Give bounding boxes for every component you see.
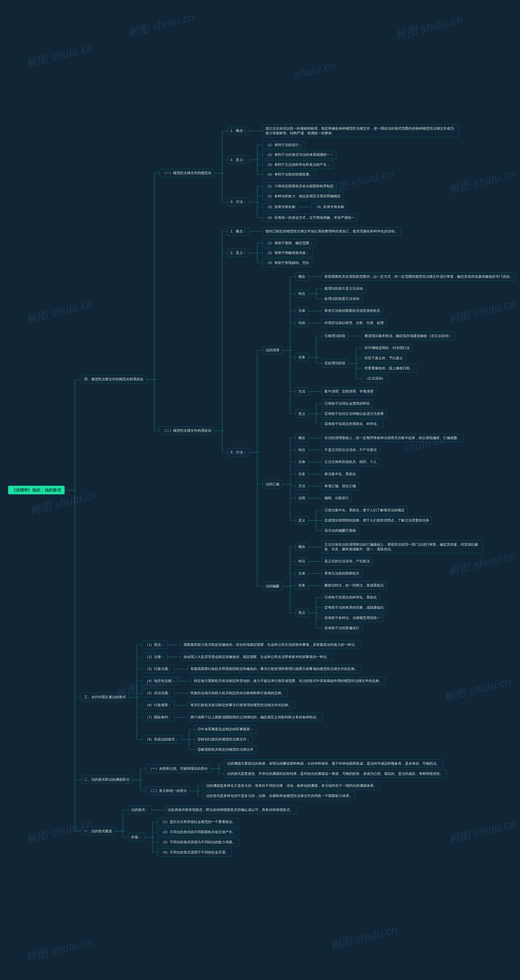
m1-c5-b-i4: （立法活动） [361, 374, 388, 383]
s3-i8-c: ③被授权机关制定的规范性法律文件 [194, 745, 256, 754]
watermark-text: 树图 shutu.cn [447, 296, 517, 327]
m2-c7-i3: ③为法的编纂打基础 [321, 527, 359, 535]
s4-a-title: （一）规范性法律文件的规范化 [159, 169, 214, 177]
m1-c6-l: 方法 [295, 387, 309, 396]
mindmap-root-container: 《法理学》知识：法的形式 四、规范性法律文件的规范化和系统化 （一）规范性法律文… [8, 121, 405, 859]
m3-c4-l: 任务 [295, 581, 309, 590]
s4-b-n2-i2: （2）有助于明确有效失效； [262, 249, 312, 257]
s4-b: （二）规范性法律文件的系统化 1、概念： 指对已制定的规范性法律文件加以系统整理… [154, 224, 455, 637]
section-4: 四、规范性法律文件的规范化和系统化 （一）规范性法律文件的规范化 1、概念： 指… [75, 121, 455, 638]
m3-c2-t: 是正式的立法活动，产生新法 [321, 557, 373, 566]
root-node[interactable]: 《法理学》知识：法的形式 [8, 486, 65, 494]
s3-i6-l: （6）行政规章： [142, 701, 175, 709]
s3-i7-l: （7）国际条约： [142, 713, 175, 721]
m2-c3-l: 主体 [295, 458, 309, 466]
s1-a-t: 法的具体外部表现形态，即法由何种国家机关所确认或认可，具有何种表现形式。 [165, 806, 296, 814]
s4-a-n1-text: 指立法主体应以统一的规格和标准，制定和修改各种规范性法律文件，使一国在法的形式范… [262, 124, 459, 137]
s4-a-n3-i4: （4）应有统一的表达方式，文字简练明确，术语严谨统一 [262, 213, 358, 222]
watermark-text: 树图 shutu.cn [24, 40, 95, 71]
watermark-text: 树图 shutu.cn [447, 166, 517, 197]
s3-i1-l: （1）宪法： [142, 641, 167, 649]
m3-c5-i1: ①有助于实现法的科学化、系统化 [321, 593, 380, 602]
section-3: 三、当代中国主要法的形式 （1）宪法：国家最高权力机关制定或修改的，综合性地规定… [75, 638, 455, 757]
s3-i3-t: 有最高国家行政机关即国务院制定和修改的，事关行政管理和管理行政两方面事项的规范性… [188, 665, 361, 673]
m2-c1-t: 在法的清理基础上，按一定顺序将各种法或有关法集中起来，加以系统编排、汇编成册。 [321, 434, 464, 442]
m3-c4-t: 删除过时法，统一同类法，形成系统法 [321, 581, 387, 590]
m2-c3-t: 立法主体和其他机关、组织、个人 [321, 458, 380, 466]
s3-i3-l: （3）行政法规： [142, 665, 175, 673]
watermark-text: 树图 shutu.cn [394, 12, 464, 43]
m1-c7-i3: ③有助于实现法的系统化、科学化。 [321, 420, 383, 428]
s4-a-n2-i3: （3）有利于立法的科学化和良法的产生； [262, 161, 333, 169]
m2-title: 法的汇编 [262, 480, 282, 488]
watermark-text: 树图 shutu.cn [24, 934, 95, 965]
s2-b-title: （二）多元和统一的异分 [146, 787, 190, 795]
m3-c1-t: 立法主体在法的清理和法的汇编基础上，将现存法或同一部门法进行审查，确定其存废，对… [321, 540, 483, 554]
s1-b-i3: （3）不同法的形式表现为不同的法的效力等级。 [157, 838, 239, 846]
m3-c3-t: 享有立法权的国家机关 [321, 569, 363, 578]
m1-c2-b: 处理法阶段是立法活动 [321, 294, 363, 303]
s1-a-l: 法的形式： [128, 806, 152, 814]
m1-c3-l: 主体 [295, 307, 309, 315]
s3-i8-a: ①中央军事委员会制定的军事规章； [194, 725, 256, 733]
s4-a: （一）规范性法律文件的规范化 1、概念： 指立法主体应以统一的规格和标准，制定和… [154, 122, 455, 224]
s3-i2-l: （2）法律： [142, 653, 167, 661]
watermark-text: 树图 shutu.cn [329, 922, 399, 953]
m1-c2-l: 特点 [295, 290, 309, 298]
m1-c4-l: 目的 [295, 319, 309, 327]
s3-i1-t: 国家最高权力机关制定或修改的，综合性地规定国家、社会和公民生活的根本事项，具有最… [181, 641, 361, 649]
section-2: 二、法的形式和法的渊源异分 （一）未然和已然、可能和现实的异分 法的渊源主要指法… [75, 757, 455, 803]
m2-c7-i1: ①使法集中化、系统化，便于人们了解相关法的规定 [321, 506, 408, 514]
section-4-title: 四、规范性法律文件的规范化和系统化 [81, 375, 146, 383]
watermark-text: shutu.cn [293, 59, 337, 81]
m2-c4-t: 将法集中化、系统化 [321, 470, 359, 478]
m2-c6-l: 过程 [295, 494, 309, 503]
s2-a-i2: 法的形式是更接近、升华法的渊源的实际结果，是经由法的渊源这一来源，可能的阶段，形… [224, 770, 447, 778]
section-3-title: 三、当代中国主要法的形式 [81, 693, 129, 701]
s4-a-n2-i1: （1）有利于法的实行； [262, 141, 305, 149]
s4-b-n1-text: 指对已制定的规范性法律文件加以系统整理和归类加工，使其完善化和科学化的活动。 [262, 227, 401, 235]
m1-c1-l: 概念 [295, 272, 309, 281]
s4-a-n2-label: 2、意义： [227, 156, 250, 164]
m1-c5-l: 任务 [295, 353, 309, 361]
s4-a-n3-i3: （3）应有专有名称 [262, 203, 298, 211]
s4-a-n3-label: 3、方法： [227, 198, 250, 206]
m3-title: 法的编纂 [262, 582, 282, 590]
s4-a-n3-i1: （1）只有特定国家机关依法权限和程序制定 [262, 182, 337, 190]
s4-b-n2-i3: （3）有助于发现缺陷、空白 [262, 259, 312, 267]
s4-a-n3-i3b: （3）应有专有名称 [312, 203, 347, 211]
s1-b-i2: （2）不同法的形式由不同国家机关或主体产生。 [157, 828, 239, 836]
section-1-title: 一、法的形式概述 [81, 827, 115, 835]
m1-c5-b-i2: 对应于废止的，予以废止 [361, 354, 406, 363]
s4-a-n3-i2: （2）各种法的效力、地位及相互关系应明确规定 [262, 192, 344, 200]
s3-i6-t: 有关行政机关依法制定的事关行政管理的规范性法律文件的总称。 [188, 701, 295, 709]
watermark-text: 树图 shutu.cn [126, 10, 196, 41]
s3-i5-l: （5）自治法规： [142, 689, 175, 697]
section-1: 一、法的形式概述 法的形式：法的具体外部表现形态，即法由何种国家机关所确认或认可… [75, 803, 455, 859]
m3-c5-i3: ③有助于各种法、法律规范用语统一 [321, 614, 383, 622]
s3-i7-t: 两个或两个以上国家或国际组织之间缔结的，确定相互之间权利和义务的各种协议。 [188, 713, 323, 721]
m2-c7-i2: ②使现法清理得到反映，便于人们发挥优势点，了解立法变更的任务 [321, 516, 432, 525]
m2-c5-l: 方法 [295, 482, 309, 490]
m1-title: 法的清理 [262, 346, 282, 354]
m3-c5-i2: ②有助于法的体系的完善，成就基础法 [321, 604, 387, 612]
watermark-text: 树图 shutu.cn [447, 816, 517, 847]
m1-c5-a-t: 厘清现法基本情况，确定或存或废或修改（非立法活动） [361, 332, 455, 340]
m2-c2-t: 不是正式的立法活动，不产生新法 [321, 446, 380, 454]
s3-i4-t: 特定地方国家机关依法制定和变动的，效力不超过本行政区域范围、在法的形式中具有基础… [191, 677, 386, 685]
m1-c5-b-i3: 对需要修改的，提上修改日程。 [361, 364, 416, 372]
m1-c7-i2: ②有助于总结立法经验以促进立法发展 [321, 410, 387, 418]
section-2-title: 二、法的形式和法的渊源异分 [81, 776, 132, 784]
root-li: 《法理学》知识：法的形式 四、规范性法律文件的规范化和系统化 （一）规范性法律文… [8, 121, 405, 859]
s3-i4-l: （4）地方性法规： [142, 677, 178, 685]
s3-i5-t: 民族自治地方的权力机关制定的自治条例和单行条例的总称。 [188, 689, 288, 697]
m1-c7-i1: ①有助于法同社会需求的呼应 [321, 399, 373, 408]
m1-c5-a-l: ①梳理法阶段 [321, 332, 348, 340]
m1-c3-t: 享有立法权的国家机关或其授权机关 [321, 307, 383, 315]
s1-b-i4: （4）不同法的形式适用于不同的社会关系。 [157, 848, 232, 857]
m2-c7-l: 意义 [295, 516, 309, 525]
m1-c5-b-l: ②处理法阶段 [321, 359, 348, 368]
m1-c6-t: 集中清理、定期清理、专项清理 [321, 387, 376, 396]
m1-c2-a: 梳理法阶段不是立法活动 [321, 285, 366, 293]
s2-a-title: （一）未然和已然、可能和现实的异分 [146, 764, 211, 773]
